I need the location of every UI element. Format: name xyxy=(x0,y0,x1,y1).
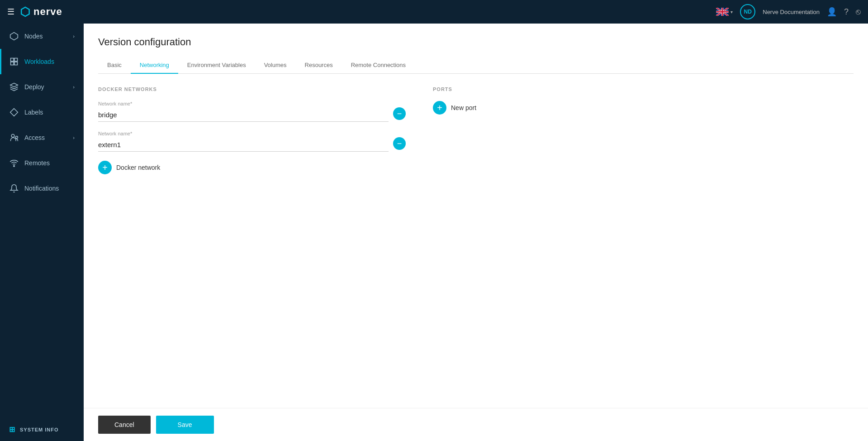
sidebar-item-label-notifications: Notifications xyxy=(24,185,59,192)
tab-networking[interactable]: Networking xyxy=(131,57,178,74)
chevron-right-icon: › xyxy=(73,84,75,90)
remove-network-1-button[interactable]: − xyxy=(393,107,406,120)
network-name-label-2: Network name* xyxy=(98,131,389,136)
svg-marker-14 xyxy=(10,109,18,116)
ports-title: PORTS xyxy=(433,86,569,92)
svg-rect-10 xyxy=(11,58,14,62)
network-name-input-1[interactable] xyxy=(98,108,389,122)
svg-point-16 xyxy=(15,136,18,139)
user-profile-icon[interactable]: 👤 xyxy=(827,7,837,17)
sidebar-item-label-deploy: Deploy xyxy=(24,83,44,91)
content-header: Version configuration BasicNetworkingEnv… xyxy=(84,24,868,74)
network-row: Network name* − xyxy=(98,101,406,122)
nerve-logo: ⬡ nerve xyxy=(20,5,62,19)
sidebar-item-deploy[interactable]: Deploy › xyxy=(0,74,84,100)
labels-icon xyxy=(9,108,19,117)
logout-icon[interactable]: ⎋ xyxy=(856,7,861,17)
deploy-icon xyxy=(9,82,19,91)
svg-point-17 xyxy=(14,165,15,167)
sidebar-item-labels[interactable]: Labels xyxy=(0,100,84,125)
content-body: DOCKER NETWORKS Network name* − Network … xyxy=(84,74,868,408)
save-button[interactable]: Save xyxy=(156,416,214,434)
tab-volumes[interactable]: Volumes xyxy=(255,57,296,74)
svg-marker-9 xyxy=(10,33,18,40)
add-port-button[interactable]: + New port xyxy=(433,101,569,115)
notifications-icon xyxy=(9,184,19,193)
language-selector[interactable]: ▾ xyxy=(716,8,733,16)
cancel-button[interactable]: Cancel xyxy=(98,416,151,434)
sidebar-item-label-workloads: Workloads xyxy=(24,58,54,65)
tabs-bar: BasicNetworkingEnvironment VariablesVolu… xyxy=(98,57,854,74)
add-port-icon: + xyxy=(433,101,446,115)
remotes-icon xyxy=(9,158,19,168)
network-field-1: Network name* xyxy=(98,101,389,122)
sidebar-item-remotes[interactable]: Remotes xyxy=(0,150,84,176)
nerve-documentation-link[interactable]: Nerve Documentation xyxy=(763,9,820,15)
tab-environment-variables[interactable]: Environment Variables xyxy=(178,57,255,74)
network-name-input-2[interactable] xyxy=(98,138,389,152)
remove-network-2-button[interactable]: − xyxy=(393,137,406,150)
network-row: Network name* − xyxy=(98,131,406,152)
svg-rect-13 xyxy=(14,62,18,65)
tab-remote-connections[interactable]: Remote Connections xyxy=(342,57,415,74)
access-icon xyxy=(9,133,19,142)
tab-basic[interactable]: Basic xyxy=(98,57,131,74)
page-title: Version configuration xyxy=(98,36,854,48)
add-docker-network-button[interactable]: + Docker network xyxy=(98,161,406,174)
sidebar-item-label-nodes: Nodes xyxy=(24,33,43,40)
network-name-label-1: Network name* xyxy=(98,101,389,106)
sidebar-item-label-access: Access xyxy=(24,134,45,141)
chevron-right-icon: › xyxy=(73,34,75,39)
add-docker-network-icon: + xyxy=(98,161,112,174)
main-layout: Nodes › Workloads Deploy › Labels Acce xyxy=(0,24,868,441)
svg-rect-12 xyxy=(11,62,14,65)
sidebar-item-workloads[interactable]: Workloads xyxy=(0,49,84,74)
ports-section: PORTS + New port xyxy=(433,86,569,395)
hamburger-menu[interactable]: ☰ xyxy=(7,7,14,17)
sidebar-item-label-remotes: Remotes xyxy=(24,159,50,167)
nodes-icon xyxy=(9,32,19,41)
help-icon[interactable]: ? xyxy=(844,7,849,17)
svg-point-15 xyxy=(11,134,14,138)
sidebar-item-label-labels: Labels xyxy=(24,109,43,116)
system-info-label: SYSTEM INFO xyxy=(20,427,59,432)
logo-text: nerve xyxy=(33,6,62,18)
system-info-icon: ⊞ xyxy=(9,425,15,434)
user-avatar[interactable]: ND xyxy=(740,4,755,19)
add-docker-network-label: Docker network xyxy=(116,164,160,171)
sidebar-item-notifications[interactable]: Notifications xyxy=(0,176,84,201)
main-content: Version configuration BasicNetworkingEnv… xyxy=(84,24,868,441)
top-navigation: ☰ ⬡ nerve ▾ ND Nerve Documentation 👤 ? xyxy=(0,0,868,24)
svg-rect-8 xyxy=(722,8,723,16)
system-info-button[interactable]: ⊞ SYSTEM INFO xyxy=(0,418,84,441)
sidebar: Nodes › Workloads Deploy › Labels Acce xyxy=(0,24,84,441)
tab-resources[interactable]: Resources xyxy=(296,57,342,74)
language-chevron-icon: ▾ xyxy=(730,10,733,14)
svg-rect-11 xyxy=(14,58,18,62)
workloads-icon xyxy=(9,57,19,66)
network-field-2: Network name* xyxy=(98,131,389,152)
uk-flag-icon xyxy=(716,8,729,16)
sidebar-item-access[interactable]: Access › xyxy=(0,125,84,150)
nerve-logo-icon: ⬡ xyxy=(20,5,31,19)
add-port-label: New port xyxy=(451,104,476,111)
docker-networks-title: DOCKER NETWORKS xyxy=(98,86,406,92)
sidebar-item-nodes[interactable]: Nodes › xyxy=(0,24,84,49)
content-footer: Cancel Save xyxy=(84,408,868,441)
chevron-right-icon: › xyxy=(73,135,75,140)
docker-networks-section: DOCKER NETWORKS Network name* − Network … xyxy=(98,86,406,395)
